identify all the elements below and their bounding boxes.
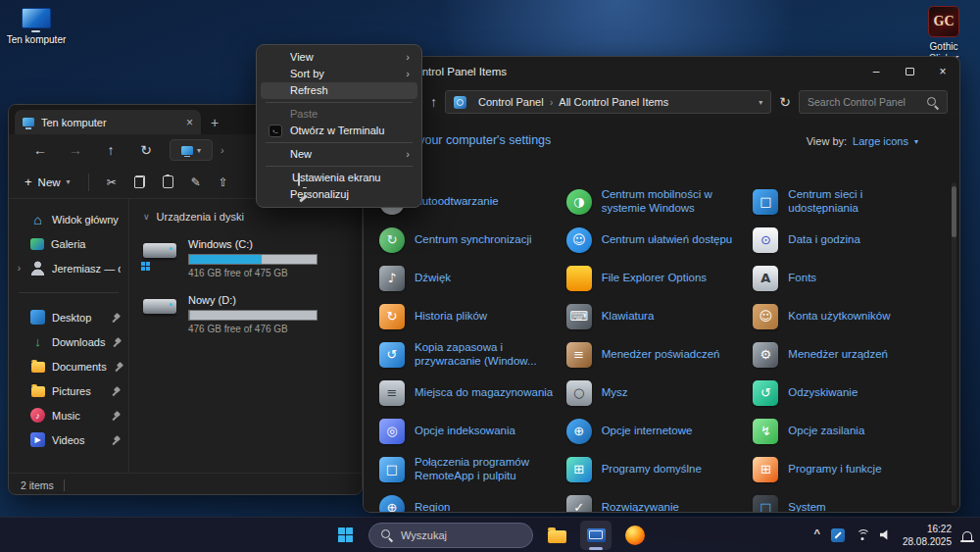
- menu-item-personalize[interactable]: Personalizuj: [261, 186, 417, 203]
- cp-item-indexing-options[interactable]: Opcje indeksowania: [379, 412, 566, 450]
- up-icon[interactable]: ↑: [93, 142, 128, 158]
- pen-icon[interactable]: [831, 528, 845, 542]
- backup-restore-icon: [379, 342, 405, 368]
- cp-item-network-sharing[interactable]: Centrum sieci i udostępniania: [753, 182, 940, 221]
- cp-item-credential-manager[interactable]: Menedżer poświadczeń: [566, 335, 754, 374]
- cp-item-system[interactable]: System: [753, 488, 940, 512]
- maximize-button[interactable]: [893, 57, 926, 86]
- documents-folder-icon: [31, 362, 45, 373]
- share-button[interactable]: ⇧: [219, 176, 228, 189]
- refresh-icon[interactable]: ↻: [128, 142, 164, 158]
- menu-item-refresh[interactable]: Refresh: [261, 82, 417, 99]
- windows-logo-icon: [338, 527, 353, 542]
- start-button[interactable]: [329, 521, 361, 550]
- cp-item-storage-spaces[interactable]: Miejsca do magazynowania: [379, 374, 566, 412]
- clock[interactable]: 16:22 28.08.2025: [903, 523, 952, 548]
- sidebar-item-pictures[interactable]: Pictures: [9, 378, 128, 403]
- copy-button[interactable]: [134, 176, 145, 188]
- menu-item-new[interactable]: New ›: [261, 146, 417, 163]
- cp-item-power-options[interactable]: Opcje zasilania: [753, 412, 940, 450]
- address-field[interactable]: Control Panel › All Control Panel Items …: [445, 90, 771, 114]
- file-history-icon: [379, 304, 405, 329]
- cp-item-ease-of-access[interactable]: Centrum ułatwień dostępu: [566, 221, 754, 259]
- back-icon[interactable]: ←: [23, 142, 58, 158]
- rename-button[interactable]: ✎: [191, 176, 201, 189]
- cp-item-device-manager[interactable]: Menedżer urządzeń: [753, 335, 940, 374]
- sidebar-item-videos[interactable]: ▶ Videos: [9, 427, 128, 452]
- new-tab-button[interactable]: +: [211, 115, 219, 130]
- tray-overflow-chevron-icon[interactable]: ^: [814, 527, 820, 539]
- sidebar-item-desktop[interactable]: Desktop: [9, 305, 128, 329]
- cp-item-sound[interactable]: Dźwięk: [379, 259, 566, 297]
- sidebar-item-music[interactable]: ♪ Music: [9, 403, 128, 427]
- taskbar-firefox[interactable]: [619, 521, 651, 550]
- breadcrumb-root[interactable]: Control Panel: [478, 96, 544, 108]
- menu-item-display-settings[interactable]: Ustawienia ekranu: [261, 170, 417, 186]
- cp-item-file-explorer-options[interactable]: File Explorer Options: [566, 259, 754, 297]
- drive-item-c[interactable]: Windows (C:) 416 GB free of 475 GB: [143, 238, 348, 278]
- control-panel-title-bar[interactable]: All Control Panel Items – ×: [364, 57, 959, 86]
- address-location-chip[interactable]: ▾: [170, 139, 213, 161]
- cp-item-internet-options[interactable]: Opcje internetowe: [566, 412, 754, 450]
- sidebar-item-documents[interactable]: Documents: [9, 354, 128, 378]
- control-panel-search[interactable]: [799, 90, 948, 114]
- menu-item-open-in-terminal[interactable]: ›_ Otwórz w Terminalu: [261, 123, 417, 139]
- view-by-control[interactable]: View by: Large icons ▾: [807, 135, 918, 147]
- cp-item-sync-center[interactable]: Centrum synchronizacji: [379, 221, 566, 259]
- breadcrumb-current[interactable]: All Control Panel Items: [559, 96, 668, 108]
- view-by-value[interactable]: Large icons: [853, 135, 908, 147]
- section-header-devices[interactable]: ∨ Urządzenia i dyski: [143, 211, 348, 223]
- wifi-icon[interactable]: [856, 529, 869, 541]
- chevron-down-icon: ▾: [67, 177, 71, 186]
- expand-chevron-icon[interactable]: ›: [15, 263, 24, 274]
- tab-close-icon[interactable]: ×: [186, 117, 193, 128]
- sidebar-item-onedrive[interactable]: › Jeremiasz — oso: [9, 256, 128, 280]
- cp-item-mobility-center[interactable]: Centrum mobilności w systemie Windows: [566, 182, 754, 221]
- forward-icon[interactable]: →: [58, 142, 93, 158]
- up-icon[interactable]: ↑: [430, 94, 437, 110]
- cp-item-fonts[interactable]: Fonts: [753, 259, 940, 297]
- scrollbar[interactable]: [952, 182, 956, 506]
- control-panel-icon: [454, 96, 466, 109]
- tab-title: Ten komputer: [41, 117, 179, 128]
- explorer-tab[interactable]: Ten komputer ×: [15, 110, 201, 134]
- refresh-icon[interactable]: ↻: [779, 94, 791, 110]
- menu-item-sort-by[interactable]: Sort by ›: [261, 66, 417, 82]
- cut-button[interactable]: ✂: [107, 176, 117, 189]
- sidebar-item-downloads[interactable]: ↓ Downloads: [9, 329, 128, 354]
- taskbar-search[interactable]: [368, 523, 533, 548]
- paste-button[interactable]: [163, 176, 173, 188]
- cp-item-keyboard[interactable]: Klawiatura: [566, 297, 754, 335]
- cp-item-troubleshooting[interactable]: Rozwiązywanie: [566, 488, 754, 512]
- cp-item-recovery[interactable]: Odzyskiwanie: [753, 374, 940, 412]
- sidebar-item-gallery[interactable]: Galeria: [9, 231, 128, 256]
- sidebar-item-label: Videos: [52, 434, 84, 446]
- cp-item-remoteapp[interactable]: Połączenia programów RemoteApp i pulpitu: [379, 450, 566, 488]
- address-dropdown-icon[interactable]: ▾: [759, 98, 762, 107]
- cp-item-file-history[interactable]: Historia plików: [379, 297, 566, 335]
- new-item-button[interactable]: + New ▾: [24, 175, 71, 189]
- cp-item-region[interactable]: Region: [379, 488, 566, 512]
- sidebar-item-home[interactable]: ⌂ Widok główny: [9, 207, 128, 231]
- volume-icon[interactable]: [880, 529, 892, 540]
- cp-item-user-accounts[interactable]: Konta użytkowników: [753, 297, 940, 335]
- minimize-button[interactable]: –: [859, 57, 893, 86]
- cp-item-default-programs[interactable]: Programy domyślne: [566, 450, 754, 488]
- cp-item-programs-features[interactable]: Programy i funkcje: [753, 450, 940, 488]
- taskbar-file-explorer[interactable]: [541, 521, 572, 550]
- gallery-icon: [30, 238, 44, 250]
- taskbar-search-input[interactable]: [401, 529, 521, 541]
- drive-item-d[interactable]: Nowy (D:) 476 GB free of 476 GB: [143, 294, 348, 334]
- menu-item-view[interactable]: View ›: [261, 49, 417, 66]
- cp-item-backup-restore[interactable]: Kopia zapasowa i przywracanie (Window...: [379, 335, 566, 374]
- notifications-icon[interactable]: [962, 531, 972, 540]
- cp-item-date-time[interactable]: Data i godzina: [753, 221, 940, 259]
- taskbar-control-panel[interactable]: [580, 521, 612, 550]
- scrollbar-thumb[interactable]: [952, 186, 956, 237]
- close-button[interactable]: ×: [926, 57, 959, 86]
- remoteapp-icon: [379, 457, 405, 482]
- search-input[interactable]: [808, 96, 920, 108]
- desktop-icon-this-pc[interactable]: Ten komputer: [6, 8, 67, 46]
- menu-item-paste[interactable]: Paste: [261, 106, 417, 123]
- cp-item-mouse[interactable]: Mysz: [566, 374, 754, 412]
